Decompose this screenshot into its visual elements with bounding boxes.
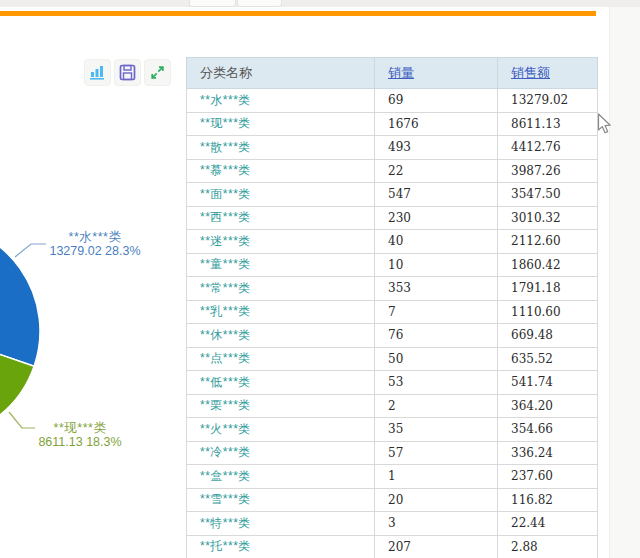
table-row: **常***类3531791.18 xyxy=(187,277,598,301)
table-row: **低***类53541.74 xyxy=(187,371,598,395)
pie-label-green-name: **现***类 xyxy=(28,421,132,435)
table-row: **冷***类57336.24 xyxy=(187,441,598,465)
table-row: **休***类76669.48 xyxy=(187,324,598,348)
cell-qty: 35 xyxy=(375,418,498,442)
table-row: **西***类2303010.32 xyxy=(187,206,598,230)
clipped-tab-right[interactable] xyxy=(237,0,282,7)
cell-qty: 353 xyxy=(375,277,498,301)
table-header-row: 分类名称 销量 销售额 xyxy=(187,58,598,89)
cell-qty: 3 xyxy=(375,512,498,536)
cell-category[interactable]: **水***类 xyxy=(187,89,375,113)
pie-label-blue-name: **水***类 xyxy=(40,230,150,244)
cell-amount: 3547.50 xyxy=(498,183,598,207)
cell-category[interactable]: **低***类 xyxy=(187,371,375,395)
mouse-cursor xyxy=(597,113,614,136)
pie-label-green: **现***类 8611.13 18.3% xyxy=(28,421,132,449)
cell-category[interactable]: **火***类 xyxy=(187,418,375,442)
cell-amount: 3010.32 xyxy=(498,206,598,230)
cell-category[interactable]: **慕***类 xyxy=(187,159,375,183)
cell-qty: 22 xyxy=(375,159,498,183)
cell-qty: 76 xyxy=(375,324,498,348)
sort-amount-link[interactable]: 销售额 xyxy=(511,65,550,80)
pie-label-blue-value: 13279.02 28.3% xyxy=(40,244,150,258)
table-row: **童***类101860.42 xyxy=(187,253,598,277)
cell-amount: 237.60 xyxy=(498,465,598,489)
cell-amount: 1110.60 xyxy=(498,300,598,324)
table-body: **水***类6913279.02**现***类16768611.13**散**… xyxy=(187,89,598,558)
cell-amount: 22.44 xyxy=(498,512,598,536)
clipped-tab-left[interactable] xyxy=(189,0,236,7)
cell-category[interactable]: **冷***类 xyxy=(187,441,375,465)
cell-category[interactable]: **雪***类 xyxy=(187,488,375,512)
cell-category[interactable]: **迷***类 xyxy=(187,230,375,254)
sort-qty-link[interactable]: 销量 xyxy=(388,65,414,80)
category-sales-table: 分类名称 销量 销售额 **水***类6913279.02**现***类1676… xyxy=(186,57,598,558)
cell-amount: 13279.02 xyxy=(498,89,598,113)
table-row: **雪***类20116.82 xyxy=(187,488,598,512)
cell-amount: 4412.76 xyxy=(498,136,598,160)
cell-qty: 69 xyxy=(375,89,498,113)
cell-qty: 40 xyxy=(375,230,498,254)
save-icon xyxy=(119,64,136,81)
cell-qty: 2 xyxy=(375,394,498,418)
cell-category[interactable]: **盒***类 xyxy=(187,465,375,489)
cell-category[interactable]: **面***类 xyxy=(187,183,375,207)
cell-amount: 2112.60 xyxy=(498,230,598,254)
table-row: **栗***类2364.20 xyxy=(187,394,598,418)
table-row: **水***类6913279.02 xyxy=(187,89,598,113)
chart-type-button[interactable] xyxy=(84,59,111,86)
pie-label-green-value: 8611.13 18.3% xyxy=(28,435,132,449)
cell-qty: 7 xyxy=(375,300,498,324)
cell-category[interactable]: **现***类 xyxy=(187,112,375,136)
cell-category[interactable]: **休***类 xyxy=(187,324,375,348)
table-row: **火***类35354.66 xyxy=(187,418,598,442)
table-row: **迷***类402112.60 xyxy=(187,230,598,254)
table-row: **慕***类223987.26 xyxy=(187,159,598,183)
expand-button[interactable] xyxy=(144,59,171,86)
chart-toolbar xyxy=(84,59,171,86)
save-button[interactable] xyxy=(114,59,141,86)
cell-amount: 541.74 xyxy=(498,371,598,395)
pie-label-blue: **水***类 13279.02 28.3% xyxy=(40,230,150,258)
cell-category[interactable]: **散***类 xyxy=(187,136,375,160)
cell-category[interactable]: **童***类 xyxy=(187,253,375,277)
expand-icon xyxy=(149,64,166,81)
cell-amount: 354.66 xyxy=(498,418,598,442)
cell-amount: 635.52 xyxy=(498,347,598,371)
cell-amount: 364.20 xyxy=(498,394,598,418)
header-amount: 销售额 xyxy=(498,58,598,89)
cell-qty: 50 xyxy=(375,347,498,371)
cell-qty: 547 xyxy=(375,183,498,207)
cell-category[interactable]: **乳***类 xyxy=(187,300,375,324)
cell-amount: 116.82 xyxy=(498,488,598,512)
cell-amount: 8611.13 xyxy=(498,112,598,136)
accent-divider-bar xyxy=(0,11,596,16)
cell-category[interactable]: **特***类 xyxy=(187,512,375,536)
cell-amount: 3987.26 xyxy=(498,159,598,183)
cell-category[interactable]: **栗***类 xyxy=(187,394,375,418)
page-right-gutter xyxy=(609,0,640,558)
table-row: **散***类4934412.76 xyxy=(187,136,598,160)
cell-qty: 20 xyxy=(375,488,498,512)
header-category: 分类名称 xyxy=(187,58,375,89)
cell-amount: 669.48 xyxy=(498,324,598,348)
table-row: **托***类2072.88 xyxy=(187,535,598,558)
cell-category[interactable]: **常***类 xyxy=(187,277,375,301)
cell-category[interactable]: **托***类 xyxy=(187,535,375,558)
cell-amount: 2.88 xyxy=(498,535,598,558)
cell-qty: 10 xyxy=(375,253,498,277)
cell-qty: 1 xyxy=(375,465,498,489)
report-page: **水***类 13279.02 28.3% **现***类 8611.13 1… xyxy=(0,0,640,558)
table-row: **面***类5473547.50 xyxy=(187,183,598,207)
cell-qty: 1676 xyxy=(375,112,498,136)
cell-amount: 1791.18 xyxy=(498,277,598,301)
table-row: **点***类50635.52 xyxy=(187,347,598,371)
cell-qty: 207 xyxy=(375,535,498,558)
table-row: **盒***类1237.60 xyxy=(187,465,598,489)
table-row: **特***类322.44 xyxy=(187,512,598,536)
cell-category[interactable]: **西***类 xyxy=(187,206,375,230)
cell-qty: 230 xyxy=(375,206,498,230)
bar-chart-icon xyxy=(89,64,106,81)
cell-category[interactable]: **点***类 xyxy=(187,347,375,371)
cell-qty: 57 xyxy=(375,441,498,465)
